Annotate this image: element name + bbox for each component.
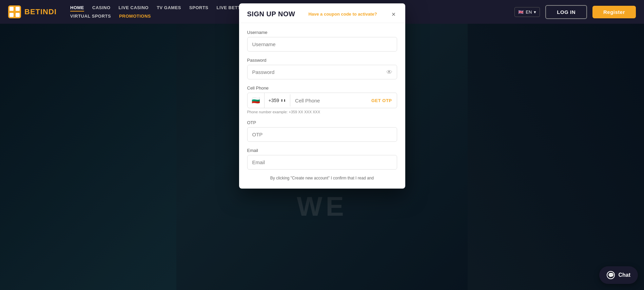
otp-input[interactable] xyxy=(247,127,397,142)
signup-modal: SIGN UP NOW Have a coupon code to activa… xyxy=(239,3,405,189)
modal-backdrop: SIGN UP NOW Have a coupon code to activa… xyxy=(0,0,644,266)
phone-number-input[interactable] xyxy=(290,94,367,108)
email-group: Email xyxy=(247,148,397,170)
phone-code-text: +359 xyxy=(269,98,279,103)
username-label: Username xyxy=(247,30,397,35)
password-label: Password xyxy=(247,58,397,63)
chat-icon: 💬 xyxy=(607,271,615,279)
email-label: Email xyxy=(247,148,397,153)
otp-label: OTP xyxy=(247,120,397,125)
modal-terms-text: By clicking "Create new account" I confi… xyxy=(247,176,397,180)
password-group: Password 👁 xyxy=(247,58,397,79)
email-input[interactable] xyxy=(247,155,397,170)
modal-body: Username Password 👁 Cell Phone 🇧🇬 xyxy=(239,23,405,189)
phone-code-selector[interactable]: +359 ⬆⬇ xyxy=(265,94,291,107)
cellphone-group: Cell Phone 🇧🇬 +359 ⬆⬇ GET OTP Phone numb… xyxy=(247,85,397,114)
cellphone-label: Cell Phone xyxy=(247,85,397,91)
modal-title: SIGN UP NOW xyxy=(247,10,295,18)
phone-flag-selector[interactable]: 🇧🇬 xyxy=(248,93,265,108)
phone-hint: Phone number example: +359 XX XXX XXX xyxy=(247,110,397,114)
phone-wrapper: 🇧🇬 +359 ⬆⬇ GET OTP xyxy=(247,93,397,108)
show-password-icon[interactable]: 👁 xyxy=(386,69,392,76)
flag-emoji: 🇧🇬 xyxy=(252,96,260,104)
password-wrapper: 👁 xyxy=(247,65,397,79)
modal-close-button[interactable]: × xyxy=(390,11,397,18)
modal-header: SIGN UP NOW Have a coupon code to activa… xyxy=(239,3,405,23)
username-group: Username xyxy=(247,30,397,52)
otp-group: OTP xyxy=(247,120,397,142)
chat-button[interactable]: 💬 Chat xyxy=(599,266,638,284)
phone-code-arrows: ⬆⬇ xyxy=(280,99,286,102)
username-input[interactable] xyxy=(247,37,397,52)
get-otp-button[interactable]: GET OTP xyxy=(367,94,397,107)
chat-label: Chat xyxy=(618,272,630,278)
password-input[interactable] xyxy=(247,65,397,79)
coupon-link[interactable]: Have a coupon code to activate? xyxy=(308,12,377,17)
